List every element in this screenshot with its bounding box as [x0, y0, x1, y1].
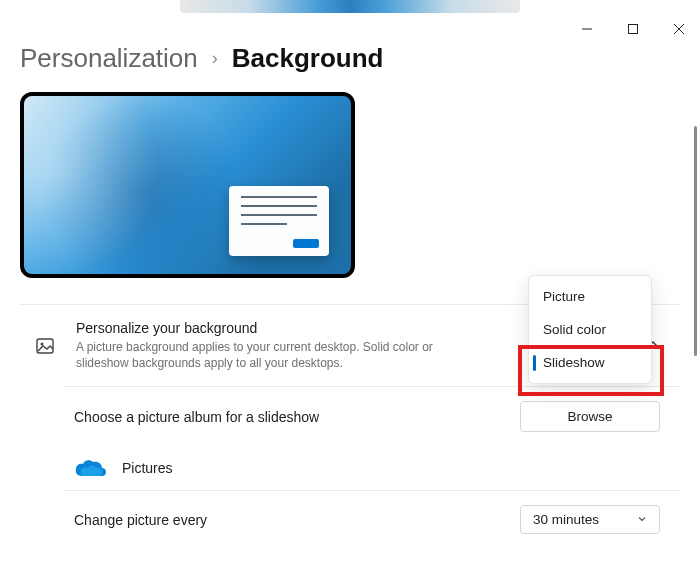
setting-title: Choose a picture album for a slideshow [74, 409, 319, 425]
dropdown-option-slideshow[interactable]: Slideshow [529, 346, 651, 379]
svg-rect-1 [629, 25, 638, 34]
background-preview [20, 92, 355, 278]
page-title: Background [232, 43, 384, 74]
preview-sample-window [229, 186, 329, 256]
svg-point-5 [41, 342, 44, 345]
scrollbar[interactable] [694, 126, 697, 356]
interval-dropdown[interactable]: 30 minutes [520, 505, 660, 534]
dropdown-option-picture[interactable]: Picture [529, 280, 651, 313]
picture-icon [30, 336, 60, 356]
chevron-down-icon [637, 514, 647, 526]
minimize-icon[interactable] [578, 20, 596, 38]
chevron-right-icon: › [212, 48, 218, 69]
background-type-dropdown: Picture Solid color Slideshow [528, 275, 652, 384]
breadcrumb-parent[interactable]: Personalization [20, 43, 198, 74]
album-folder-name: Pictures [122, 460, 173, 476]
maximize-icon[interactable] [624, 20, 642, 38]
window-controls [578, 20, 688, 38]
dropdown-option-solid-color[interactable]: Solid color [529, 313, 651, 346]
interval-value: 30 minutes [533, 512, 599, 527]
close-icon[interactable] [670, 20, 688, 38]
browse-button[interactable]: Browse [520, 401, 660, 432]
setting-description: A picture background applies to your cur… [76, 339, 446, 371]
setting-choose-album: Choose a picture album for a slideshow B… [64, 386, 680, 446]
album-folder-row[interactable]: Pictures [64, 446, 680, 490]
setting-change-interval: Change picture every 30 minutes [64, 490, 680, 548]
setting-title: Change picture every [74, 512, 207, 528]
window-top-edge [180, 0, 520, 13]
onedrive-icon [74, 458, 106, 478]
